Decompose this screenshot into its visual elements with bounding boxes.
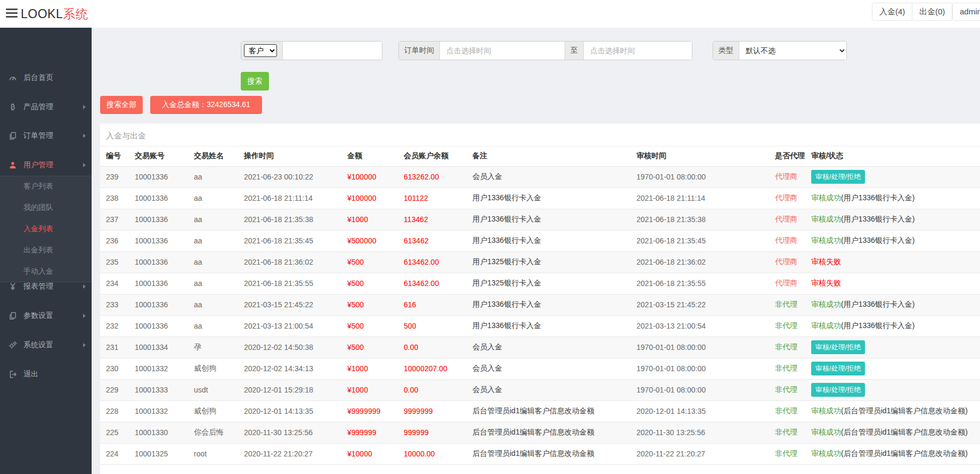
sidebar-item-sub-6[interactable]: 入金列表 (0, 218, 92, 240)
cell-audit-time: 2021-06-18 21:35:55 (636, 273, 775, 294)
admin-user-button[interactable]: admin (952, 3, 980, 21)
sidebar-item-10[interactable]: 参数设置 (0, 301, 92, 330)
sidebar-item-label: 入金列表 (23, 224, 53, 234)
audit-action-button[interactable]: 审核/处理/拒绝 (811, 170, 865, 184)
cell-op-time: 2021-03-15 21:45:22 (244, 294, 347, 315)
cell-op-time: 2020-11-30 13:25:56 (244, 422, 347, 443)
search-button[interactable]: 搜索 (241, 72, 269, 91)
cell-name: 你会后悔 (194, 422, 244, 443)
cell-audit-time: 2021-06-18 21:11:14 (636, 187, 775, 209)
cell-remark: 会员入金 (472, 379, 636, 401)
agent-badge: 非代理 (775, 428, 797, 436)
cell-status: 审核/处理/拒绝 (811, 337, 980, 358)
sidebar-item-12[interactable]: 退出 (0, 360, 92, 389)
sidebar-item-1[interactable]: 产品管理 (0, 93, 92, 121)
sidebar-item-label: 参数设置 (23, 311, 53, 321)
dashboard-icon (9, 73, 17, 82)
cell-audit-time: 2021-06-18 21:35:38 (636, 209, 775, 230)
cell-op-time: 2021-06-18 21:35:38 (244, 209, 347, 230)
hamburger-menu-icon[interactable] (6, 9, 18, 19)
table-row: 22510001330你会后悔2020-11-30 13:25:56¥99999… (100, 422, 980, 443)
cell-amount: ¥999999 (347, 422, 404, 443)
cell-amount: ¥100000 (347, 187, 404, 209)
cell-balance: 613262.00 (404, 166, 472, 187)
cell-op-time: 2021-06-18 21:11:14 (244, 187, 347, 209)
cell-balance: 9999999 (404, 401, 472, 422)
brand-name: LOOKL (21, 7, 63, 21)
column-header: 交易账号 (135, 146, 194, 166)
cell-op-time: 2020-12-01 15:29:18 (244, 379, 347, 401)
sidebar-item-9[interactable]: 报表管理 (0, 272, 92, 301)
sidebar-item-0[interactable]: 后台首页 (0, 63, 92, 92)
cell-account: 10001330 (135, 422, 194, 443)
cell-agent: 非代理 (775, 315, 811, 337)
cell-op-time: 2020-12-02 14:34:13 (244, 358, 347, 379)
status-ok-text: 审核成功 (811, 321, 841, 330)
column-header: 会员账户余额 (404, 146, 472, 166)
cell-agent: 非代理 (775, 401, 811, 422)
cell-balance: 613462.00 (404, 251, 472, 273)
audit-action-button[interactable]: 审核/处理/拒绝 (811, 383, 865, 397)
cell-status: 审核成功(用户1336银行卡入金) (811, 315, 980, 337)
agent-badge: 代理商 (775, 236, 797, 244)
agent-badge: 非代理 (775, 364, 797, 372)
agent-badge: 代理商 (775, 257, 797, 266)
cell-amount: ¥1000 (347, 379, 404, 401)
sidebar-item-sub-4[interactable]: 客户列表 (0, 176, 92, 197)
cell-id: 228 (100, 401, 135, 422)
cell-balance: 10000.00 (404, 443, 472, 464)
cell-status: 审核成功(后台管理员id1编辑客户信息改动金额) (811, 422, 980, 443)
audit-action-button[interactable]: 审核/处理/拒绝 (811, 340, 865, 354)
type-select[interactable]: 默认不选 (739, 42, 846, 60)
cell-audit-time: 1970-01-01 08:00:00 (636, 358, 775, 379)
sidebar-item-sub-7[interactable]: 出金列表 (0, 240, 92, 261)
type-label: 类型 (713, 42, 739, 60)
sidebar-item-sub-5[interactable]: 我的团队 (0, 197, 92, 218)
sidebar-item-label: 订单管理 (23, 131, 53, 141)
cell-account: 10001336 (135, 315, 194, 337)
time-from-input[interactable] (440, 42, 565, 60)
cell-remark: 用户1336银行卡入金 (472, 209, 636, 230)
sidebar-item-3[interactable]: 用户管理 (0, 151, 92, 179)
cell-agent: 非代理 (775, 379, 811, 401)
cell-id: 234 (100, 273, 135, 294)
cell-audit-time: 2020-12-01 14:13:35 (636, 401, 775, 422)
deposit-total-button[interactable]: 入金总金额：32426534.61 (150, 96, 262, 114)
brand-logo: LOOKL系统 (21, 6, 88, 22)
cell-balance: 10000207.00 (404, 358, 472, 379)
status-detail-text: (用户1336银行卡入金) (841, 321, 914, 330)
sidebar-item-11[interactable]: 系统设置 (0, 331, 92, 359)
search-field-select[interactable]: 客户 (244, 44, 277, 57)
cell-amount: ¥500 (347, 273, 404, 294)
withdraw-count-button[interactable]: 出金(0) (912, 3, 952, 21)
sidebar-item-label: 系统设置 (23, 340, 53, 350)
keyword-input[interactable] (283, 42, 382, 60)
cell-remark: 用户1336银行卡入金 (472, 294, 636, 315)
search-all-button[interactable]: 搜索全部 (100, 96, 143, 114)
cell-amount: ¥500 (347, 337, 404, 358)
panel-title: 入金与出金 (100, 124, 980, 146)
deposit-count-button[interactable]: 入金(4) (872, 3, 912, 21)
keyword-filter-group: 客户 (241, 41, 382, 60)
audit-action-button[interactable]: 审核/处理/拒绝 (811, 362, 865, 375)
chevron-right-icon (83, 163, 86, 167)
cell-name: 威创狗 (194, 358, 244, 379)
cell-balance: 613462.00 (404, 273, 472, 294)
cell-status: 审核成功(后台管理员id1编辑客户信息改动金额) (811, 401, 980, 422)
cell-balance: 101122 (404, 187, 472, 209)
status-ok-text: 审核成功 (811, 449, 841, 457)
cell-amount: ¥1000 (347, 358, 404, 379)
agent-badge: 代理商 (775, 193, 797, 202)
table-row: 23010001332威创狗2020-12-02 14:34:13¥100010… (100, 358, 980, 379)
cell-remark: 用户1325银行卡入金 (472, 273, 636, 294)
cell-id: 224 (100, 443, 135, 464)
cell-remark: 用户1336银行卡入金 (472, 187, 636, 209)
time-to-input[interactable] (584, 42, 692, 60)
status-fail-text: 审核失败 (811, 279, 841, 287)
bitcoin-icon (9, 103, 17, 111)
sidebar-item-label: 用户管理 (23, 160, 53, 170)
chevron-right-icon (83, 134, 86, 138)
sidebar-item-2[interactable]: 订单管理 (0, 121, 92, 150)
cell-account: 10001336 (135, 230, 194, 251)
cell-agent: 代理商 (775, 187, 811, 209)
